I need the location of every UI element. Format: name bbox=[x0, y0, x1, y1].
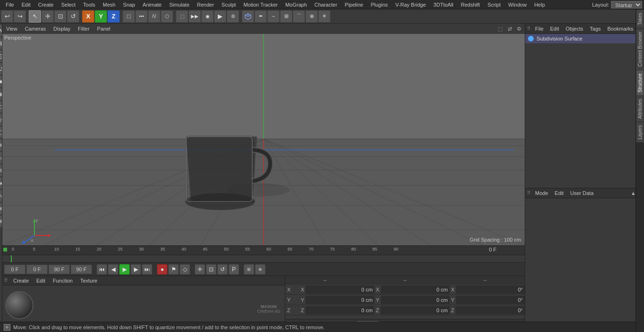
obj-bookmarks-menu[interactable]: Bookmarks bbox=[605, 25, 635, 32]
x-pos-field[interactable] bbox=[305, 285, 374, 294]
array-button[interactable]: ⊞ bbox=[280, 10, 292, 23]
terrain-button[interactable]: ⌒ bbox=[293, 10, 305, 23]
rotate-transport-button[interactable]: ↺ bbox=[217, 264, 228, 275]
axis-x-button[interactable]: X bbox=[82, 10, 94, 23]
z-scale-field[interactable] bbox=[455, 306, 525, 315]
pen-tool-button[interactable]: ✒ bbox=[255, 10, 267, 23]
vp-view-menu[interactable]: View bbox=[4, 25, 19, 32]
record-button[interactable]: ● bbox=[157, 264, 167, 275]
subdivision-surface-row[interactable]: Subdivision Surface ✓ ✓ bbox=[525, 34, 644, 43]
vp-panel-menu[interactable]: Panel bbox=[95, 25, 112, 32]
mat-function-menu[interactable]: Function bbox=[51, 277, 74, 284]
menu-character[interactable]: Character bbox=[311, 1, 341, 8]
axis-z-button[interactable]: Z bbox=[107, 10, 120, 23]
undo-button[interactable]: ↩ bbox=[1, 10, 13, 23]
y-scale-field[interactable] bbox=[456, 296, 525, 304]
select-mode-button[interactable]: ↖ bbox=[29, 10, 41, 23]
x-scale-field[interactable] bbox=[456, 285, 525, 294]
z-pos-field[interactable] bbox=[305, 306, 375, 315]
menu-vray[interactable]: V-Ray Bridge bbox=[392, 1, 430, 8]
obj-edit-menu[interactable]: Edit bbox=[548, 25, 561, 32]
y-rot-field[interactable] bbox=[381, 296, 450, 304]
viewport[interactable]: X Y View Cameras Display Filter Panel ⬚ … bbox=[2, 24, 525, 245]
obj-file-menu[interactable]: File bbox=[533, 25, 545, 32]
menu-script[interactable]: Script bbox=[484, 1, 504, 8]
vp-filter-menu[interactable]: Filter bbox=[76, 25, 91, 32]
render-full-button[interactable]: ▶ bbox=[214, 10, 226, 23]
attr-userdata-menu[interactable]: User Data bbox=[569, 190, 596, 196]
menu-mograph[interactable]: MoGraph bbox=[281, 1, 311, 8]
object-mode-button[interactable]: □ bbox=[123, 10, 135, 23]
prev-frame-button[interactable]: ◀ bbox=[108, 264, 118, 275]
menu-create[interactable]: Create bbox=[34, 1, 58, 8]
render-settings-button[interactable]: ⚙ bbox=[227, 10, 239, 23]
mat-edit-menu[interactable]: Edit bbox=[34, 277, 47, 284]
preview-start-field[interactable]: 0 F bbox=[26, 265, 48, 274]
goto-end-button[interactable]: ⏭ bbox=[142, 264, 152, 275]
tl-current-frame[interactable]: 0 F bbox=[489, 247, 496, 252]
vtab-content-browser[interactable]: Content Browser bbox=[636, 28, 644, 70]
render-region-button[interactable]: ⬚ bbox=[176, 10, 188, 23]
axis-y-button[interactable]: Y bbox=[95, 10, 107, 23]
menu-file[interactable]: File bbox=[2, 1, 18, 8]
vp-cameras-menu[interactable]: Cameras bbox=[23, 25, 48, 32]
frame-end-field[interactable] bbox=[71, 265, 92, 274]
menu-mesh[interactable]: Mesh bbox=[99, 1, 119, 8]
obj-tags-menu[interactable]: Tags bbox=[588, 25, 603, 32]
menu-window[interactable]: Window bbox=[504, 1, 530, 8]
mat-texture-menu[interactable]: Texture bbox=[78, 277, 99, 284]
mat-create-menu[interactable]: Create bbox=[11, 277, 31, 284]
goto-start-button[interactable]: ⏮ bbox=[97, 264, 107, 275]
snap-transport-button[interactable]: ⊕ bbox=[255, 264, 265, 275]
autokey-button[interactable]: ⚑ bbox=[168, 264, 179, 275]
move-mode-button[interactable]: ✛ bbox=[41, 10, 54, 23]
menu-tools[interactable]: Tools bbox=[79, 1, 99, 8]
next-frame-button[interactable]: ▶ bbox=[131, 264, 141, 275]
camera-button[interactable]: ⊕ bbox=[305, 10, 318, 23]
menu-animate[interactable]: Animate bbox=[139, 1, 165, 8]
light-button[interactable]: ☀ bbox=[318, 10, 330, 23]
polys-mode-button[interactable]: ⬡ bbox=[161, 10, 173, 23]
menu-motion-tracker[interactable]: Motion Tracker bbox=[239, 1, 281, 8]
menu-edit[interactable]: Edit bbox=[18, 1, 34, 8]
menu-3dtoall[interactable]: 3DTtoAll bbox=[429, 1, 457, 8]
obj-objects-menu[interactable]: Objects bbox=[564, 25, 585, 32]
scale-mode-button[interactable]: ⊡ bbox=[54, 10, 66, 23]
vtab-attributes[interactable]: Attributes bbox=[636, 96, 644, 122]
keyframe-button[interactable]: ◇ bbox=[180, 264, 190, 275]
preview-end-field[interactable] bbox=[49, 265, 70, 274]
timeline-track[interactable] bbox=[2, 255, 525, 262]
layout-select[interactable]: Startup bbox=[611, 1, 642, 8]
play-button[interactable]: ▶ bbox=[119, 264, 130, 275]
menu-redshift[interactable]: Redshift bbox=[457, 1, 484, 8]
frame-start-field[interactable] bbox=[4, 265, 25, 274]
vtab-takes[interactable]: Takes bbox=[636, 9, 644, 28]
redo-button[interactable]: ↪ bbox=[14, 10, 26, 23]
spline-tool-button[interactable]: ~ bbox=[267, 10, 280, 23]
y-pos-field[interactable] bbox=[305, 296, 374, 304]
menu-help[interactable]: Help bbox=[530, 1, 549, 8]
vp-settings-icon[interactable]: ⚙ bbox=[515, 25, 523, 32]
edges-mode-button[interactable]: /\/ bbox=[148, 10, 160, 23]
menu-snap[interactable]: Snap bbox=[119, 1, 139, 8]
menu-sculpt[interactable]: Sculpt bbox=[218, 1, 240, 8]
menu-render[interactable]: Render bbox=[193, 1, 218, 8]
attr-mode-menu[interactable]: Mode bbox=[533, 190, 550, 196]
render-active-button[interactable]: ◉ bbox=[201, 10, 214, 23]
view-cube-button[interactable] bbox=[242, 10, 254, 23]
z-rot-field[interactable] bbox=[380, 306, 450, 315]
menu-select[interactable]: Select bbox=[58, 1, 80, 8]
vtab-layers[interactable]: Layers bbox=[636, 122, 644, 143]
points-mode-button[interactable]: ••• bbox=[135, 10, 148, 23]
render-anim-button[interactable]: ▶▶ bbox=[189, 10, 201, 23]
vp-display-menu[interactable]: Display bbox=[51, 25, 72, 32]
attr-edit-menu[interactable]: Edit bbox=[553, 190, 566, 196]
vp-sync-icon[interactable]: ⇄ bbox=[506, 25, 513, 32]
move-transport-button[interactable]: ✛ bbox=[195, 264, 205, 275]
scale-transport-button[interactable]: ⊡ bbox=[206, 264, 216, 275]
menu-plugins[interactable]: Plugins bbox=[367, 1, 391, 8]
menu-simulate[interactable]: Simulate bbox=[165, 1, 193, 8]
rotate-mode-button[interactable]: ↺ bbox=[67, 10, 79, 23]
x-rot-field[interactable] bbox=[381, 285, 450, 294]
vp-expand-icon[interactable]: ⬚ bbox=[496, 25, 504, 32]
